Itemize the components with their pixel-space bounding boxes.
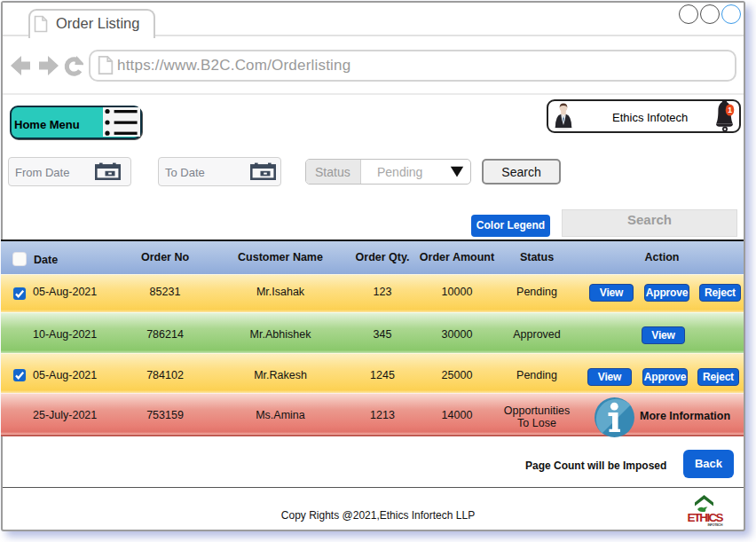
svg-text:1: 1 (728, 106, 732, 114)
svg-text:ETHICS: ETHICS (688, 511, 724, 524)
svg-text:INFOTECH: INFOTECH (708, 523, 723, 527)
